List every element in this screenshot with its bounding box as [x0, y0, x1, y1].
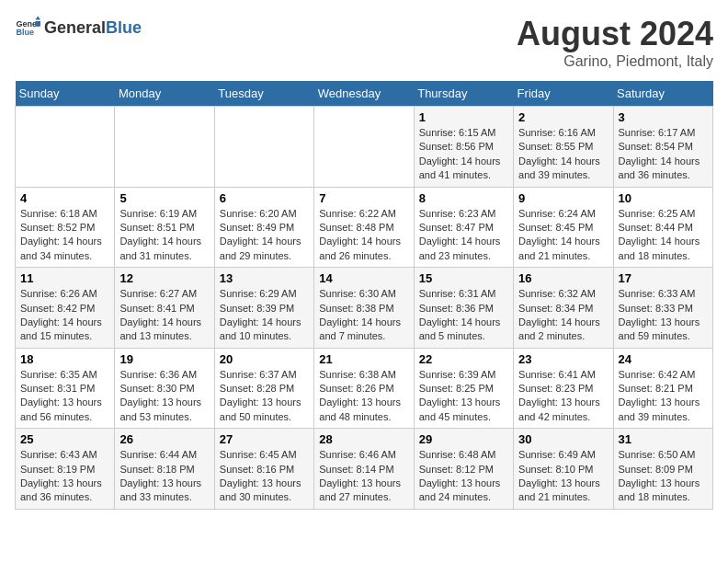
day-cell: 7Sunrise: 6:22 AM Sunset: 8:48 PM Daylig… [314, 187, 414, 268]
day-cell: 21Sunrise: 6:38 AM Sunset: 8:26 PM Dayli… [314, 348, 414, 429]
header-day-saturday: Saturday [613, 81, 712, 107]
day-number: 23 [518, 352, 608, 366]
day-number: 3 [619, 110, 708, 124]
day-number: 1 [419, 110, 508, 124]
day-number: 5 [119, 191, 209, 205]
week-row-4: 18Sunrise: 6:35 AM Sunset: 8:31 PM Dayli… [16, 348, 713, 429]
day-cell: 9Sunrise: 6:24 AM Sunset: 8:45 PM Daylig… [514, 187, 613, 268]
day-info: Sunrise: 6:42 AM Sunset: 8:21 PM Dayligh… [619, 368, 708, 425]
day-cell: 20Sunrise: 6:37 AM Sunset: 8:28 PM Dayli… [214, 348, 313, 429]
day-info: Sunrise: 6:49 AM Sunset: 8:10 PM Dayligh… [518, 448, 608, 505]
day-number: 25 [20, 432, 109, 446]
day-number: 12 [119, 271, 209, 285]
day-info: Sunrise: 6:50 AM Sunset: 8:09 PM Dayligh… [619, 448, 708, 505]
day-cell: 16Sunrise: 6:32 AM Sunset: 8:34 PM Dayli… [514, 268, 613, 349]
calendar-body: 1Sunrise: 6:15 AM Sunset: 8:56 PM Daylig… [16, 107, 713, 510]
day-number: 21 [319, 352, 408, 366]
logo: General Blue GeneralBlue [15, 15, 142, 40]
header: General Blue GeneralBlue August 2024 Gar… [15, 15, 713, 70]
day-cell: 14Sunrise: 6:30 AM Sunset: 8:38 PM Dayli… [314, 268, 414, 349]
day-cell: 27Sunrise: 6:45 AM Sunset: 8:16 PM Dayli… [214, 429, 313, 510]
day-info: Sunrise: 6:26 AM Sunset: 8:42 PM Dayligh… [20, 287, 109, 344]
day-info: Sunrise: 6:27 AM Sunset: 8:41 PM Dayligh… [119, 287, 209, 344]
day-info: Sunrise: 6:30 AM Sunset: 8:38 PM Dayligh… [319, 287, 408, 344]
calendar-table: SundayMondayTuesdayWednesdayThursdayFrid… [15, 81, 713, 510]
day-cell: 24Sunrise: 6:42 AM Sunset: 8:21 PM Dayli… [613, 348, 712, 429]
day-number: 24 [619, 352, 708, 366]
title-area: August 2024 Garino, Piedmont, Italy [517, 15, 713, 70]
day-info: Sunrise: 6:44 AM Sunset: 8:18 PM Dayligh… [119, 448, 209, 505]
day-cell: 3Sunrise: 6:17 AM Sunset: 8:54 PM Daylig… [613, 107, 712, 188]
day-cell: 17Sunrise: 6:33 AM Sunset: 8:33 PM Dayli… [613, 268, 712, 349]
week-row-3: 11Sunrise: 6:26 AM Sunset: 8:42 PM Dayli… [16, 268, 713, 349]
week-row-1: 1Sunrise: 6:15 AM Sunset: 8:56 PM Daylig… [16, 107, 713, 188]
svg-text:Blue: Blue [16, 28, 34, 37]
day-cell [214, 107, 313, 188]
day-cell [314, 107, 414, 188]
day-cell: 15Sunrise: 6:31 AM Sunset: 8:36 PM Dayli… [414, 268, 513, 349]
day-info: Sunrise: 6:43 AM Sunset: 8:19 PM Dayligh… [20, 448, 109, 505]
day-number: 11 [20, 271, 109, 285]
day-number: 30 [518, 432, 608, 446]
day-cell: 6Sunrise: 6:20 AM Sunset: 8:49 PM Daylig… [214, 187, 313, 268]
day-info: Sunrise: 6:45 AM Sunset: 8:16 PM Dayligh… [220, 448, 309, 505]
logo-blue-text: Blue [106, 18, 142, 38]
calendar-header: SundayMondayTuesdayWednesdayThursdayFrid… [16, 81, 713, 107]
day-info: Sunrise: 6:41 AM Sunset: 8:23 PM Dayligh… [518, 368, 608, 425]
day-info: Sunrise: 6:32 AM Sunset: 8:34 PM Dayligh… [518, 287, 608, 344]
day-cell: 12Sunrise: 6:27 AM Sunset: 8:41 PM Dayli… [115, 268, 214, 349]
sub-title: Garino, Piedmont, Italy [517, 53, 713, 70]
day-info: Sunrise: 6:25 AM Sunset: 8:44 PM Dayligh… [619, 207, 708, 264]
day-number: 31 [619, 432, 708, 446]
day-info: Sunrise: 6:18 AM Sunset: 8:52 PM Dayligh… [20, 207, 109, 264]
day-cell: 31Sunrise: 6:50 AM Sunset: 8:09 PM Dayli… [613, 429, 712, 510]
day-number: 22 [419, 352, 508, 366]
day-info: Sunrise: 6:48 AM Sunset: 8:12 PM Dayligh… [419, 448, 508, 505]
day-number: 2 [518, 110, 608, 124]
day-cell: 19Sunrise: 6:36 AM Sunset: 8:30 PM Dayli… [115, 348, 214, 429]
header-day-sunday: Sunday [16, 81, 115, 107]
day-cell: 1Sunrise: 6:15 AM Sunset: 8:56 PM Daylig… [414, 107, 513, 188]
day-number: 18 [20, 352, 109, 366]
day-number: 6 [220, 191, 309, 205]
day-info: Sunrise: 6:20 AM Sunset: 8:49 PM Dayligh… [220, 207, 309, 264]
day-info: Sunrise: 6:23 AM Sunset: 8:47 PM Dayligh… [419, 207, 508, 264]
day-info: Sunrise: 6:39 AM Sunset: 8:25 PM Dayligh… [419, 368, 508, 425]
day-info: Sunrise: 6:17 AM Sunset: 8:54 PM Dayligh… [619, 126, 708, 183]
week-row-5: 25Sunrise: 6:43 AM Sunset: 8:19 PM Dayli… [16, 429, 713, 510]
day-info: Sunrise: 6:31 AM Sunset: 8:36 PM Dayligh… [419, 287, 508, 344]
day-cell: 28Sunrise: 6:46 AM Sunset: 8:14 PM Dayli… [314, 429, 414, 510]
day-number: 4 [20, 191, 109, 205]
day-cell [115, 107, 214, 188]
logo-icon: General Blue [15, 15, 40, 40]
day-cell: 10Sunrise: 6:25 AM Sunset: 8:44 PM Dayli… [613, 187, 712, 268]
header-row: SundayMondayTuesdayWednesdayThursdayFrid… [16, 81, 713, 107]
svg-marker-3 [35, 21, 40, 27]
day-info: Sunrise: 6:29 AM Sunset: 8:39 PM Dayligh… [220, 287, 309, 344]
day-cell: 2Sunrise: 6:16 AM Sunset: 8:55 PM Daylig… [514, 107, 613, 188]
day-cell: 29Sunrise: 6:48 AM Sunset: 8:12 PM Dayli… [414, 429, 513, 510]
day-number: 29 [419, 432, 508, 446]
day-number: 10 [619, 191, 708, 205]
day-cell: 8Sunrise: 6:23 AM Sunset: 8:47 PM Daylig… [414, 187, 513, 268]
day-cell: 11Sunrise: 6:26 AM Sunset: 8:42 PM Dayli… [16, 268, 115, 349]
day-number: 16 [518, 271, 608, 285]
day-info: Sunrise: 6:35 AM Sunset: 8:31 PM Dayligh… [20, 368, 109, 425]
day-cell: 30Sunrise: 6:49 AM Sunset: 8:10 PM Dayli… [514, 429, 613, 510]
header-day-thursday: Thursday [414, 81, 513, 107]
day-info: Sunrise: 6:19 AM Sunset: 8:51 PM Dayligh… [119, 207, 209, 264]
svg-marker-2 [35, 16, 40, 19]
day-number: 7 [319, 191, 408, 205]
day-number: 15 [419, 271, 508, 285]
day-cell: 26Sunrise: 6:44 AM Sunset: 8:18 PM Dayli… [115, 429, 214, 510]
day-number: 20 [220, 352, 309, 366]
day-number: 13 [220, 271, 309, 285]
week-row-2: 4Sunrise: 6:18 AM Sunset: 8:52 PM Daylig… [16, 187, 713, 268]
day-info: Sunrise: 6:22 AM Sunset: 8:48 PM Dayligh… [319, 207, 408, 264]
day-cell: 25Sunrise: 6:43 AM Sunset: 8:19 PM Dayli… [16, 429, 115, 510]
day-number: 17 [619, 271, 708, 285]
day-number: 14 [319, 271, 408, 285]
day-cell: 5Sunrise: 6:19 AM Sunset: 8:51 PM Daylig… [115, 187, 214, 268]
main-title: August 2024 [517, 15, 713, 53]
day-number: 28 [319, 432, 408, 446]
